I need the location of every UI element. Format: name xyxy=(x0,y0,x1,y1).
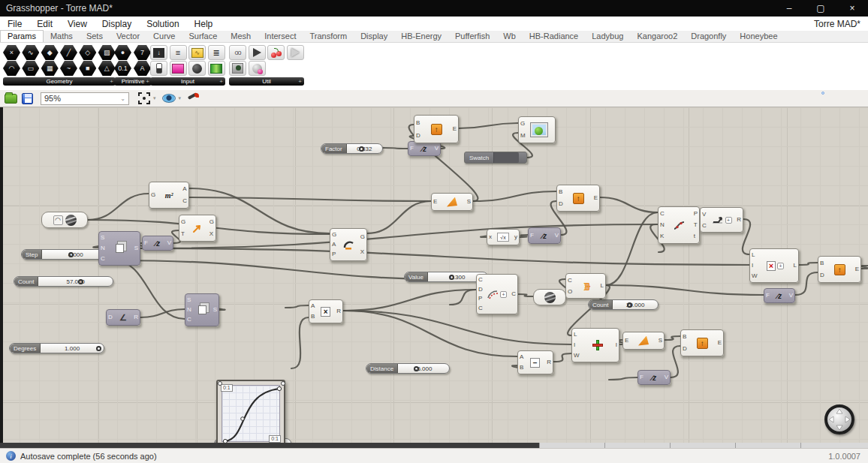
input-port-S[interactable]: S xyxy=(187,297,191,303)
zoom-level-combo[interactable]: 95% ⌄ xyxy=(41,92,129,105)
definition-canvas[interactable]: Factor0.832Step4.000Count57.000Degrees1.… xyxy=(0,107,868,448)
input-port-A[interactable]: A xyxy=(311,303,315,309)
data-dam-icon[interactable] xyxy=(249,61,266,76)
tab-intersect[interactable]: Intersect xyxy=(258,31,303,42)
cull-index[interactable]: LIW×+L xyxy=(749,248,799,283)
gradient-icon[interactable] xyxy=(208,61,225,76)
tab-params[interactable]: Params xyxy=(0,30,44,42)
tree-icon[interactable] xyxy=(229,61,246,76)
output-port-I[interactable]: I xyxy=(616,342,617,348)
expand-button[interactable]: + xyxy=(500,291,507,298)
input-port-G[interactable]: G xyxy=(332,232,336,238)
arc-icon[interactable]: ~ xyxy=(60,61,77,76)
output-port-V[interactable]: V xyxy=(435,146,439,152)
output-port-G[interactable]: G xyxy=(360,234,365,240)
relay-arrow-icon[interactable] xyxy=(249,45,266,60)
extrude-1[interactable]: BD↑E xyxy=(414,115,459,143)
tab-dragonfly[interactable]: Dragonfly xyxy=(684,31,733,42)
output-port-L[interactable]: L xyxy=(601,283,604,289)
teal-display-icon[interactable] xyxy=(835,92,838,95)
chevron-down-icon[interactable]: ▾ xyxy=(153,95,156,101)
brep-icon[interactable]: ■ xyxy=(79,61,96,76)
tab-surface[interactable]: Surface xyxy=(182,31,224,42)
box-icon[interactable]: ◆ xyxy=(41,45,59,60)
geometry-param[interactable]: ◠ xyxy=(41,212,88,228)
input-port-B[interactable]: B xyxy=(520,365,523,371)
output-port-R[interactable]: R xyxy=(737,217,741,223)
multiplication[interactable]: AB×R xyxy=(309,299,343,323)
unit-z-2[interactable]: F∕zV xyxy=(408,141,441,156)
number-slider-factor[interactable]: Factor0.832 xyxy=(321,143,383,154)
input-port-C[interactable]: C xyxy=(702,223,707,229)
surface-icon[interactable]: ◇ xyxy=(79,45,96,60)
output-port-R[interactable]: R xyxy=(336,308,341,314)
slider-track[interactable]: 1.000 xyxy=(41,344,104,353)
number-slider-degrees[interactable]: Degrees1.000 xyxy=(9,343,104,353)
output-port-S[interactable]: S xyxy=(467,199,471,205)
output-port-V[interactable]: V xyxy=(167,240,171,246)
sketch-pen-icon[interactable] xyxy=(187,93,199,104)
jump-arrow-icon[interactable] xyxy=(287,45,304,60)
extrude-4[interactable]: BD↑E xyxy=(680,329,724,356)
rectangle-icon[interactable]: ▭ xyxy=(22,61,39,76)
input-port-W[interactable]: W xyxy=(574,353,580,359)
input-port-F[interactable]: F xyxy=(766,293,770,299)
input-port-E[interactable]: E xyxy=(625,338,628,344)
input-port-L[interactable]: L xyxy=(574,332,580,338)
number-slider-distance[interactable]: Distance-5.000 xyxy=(366,363,450,374)
input-port-K[interactable]: K xyxy=(660,233,665,239)
panel-icon[interactable] xyxy=(170,61,187,76)
number-slider-count[interactable]: Count20.000 xyxy=(588,299,659,310)
output-port-y[interactable]: y xyxy=(514,234,517,240)
input-port-C[interactable]: C xyxy=(478,305,483,311)
open-file-icon[interactable] xyxy=(5,94,17,104)
tab-kangaroo2[interactable]: Kangaroo2 xyxy=(630,31,684,42)
series-component-1[interactable]: SNCS xyxy=(98,231,140,266)
input-port-F[interactable]: F xyxy=(410,146,414,152)
point-icon[interactable]: × xyxy=(3,45,20,60)
line-icon[interactable]: ╱ xyxy=(60,45,77,60)
slider-track[interactable]: 0.832 xyxy=(347,144,382,153)
expand-button[interactable]: + xyxy=(725,217,732,224)
unit-z-3[interactable]: F∕zV xyxy=(528,227,561,244)
output-port-R[interactable]: R xyxy=(547,359,551,365)
graph-mapper[interactable]: 0:10:1 xyxy=(216,380,285,447)
input-port-B[interactable]: B xyxy=(683,334,687,340)
input-port-A[interactable]: A xyxy=(332,242,336,248)
number-slider-step[interactable]: Step4.000 xyxy=(21,249,110,260)
toggle-icon[interactable] xyxy=(150,61,167,76)
input-port-B[interactable]: B xyxy=(311,314,315,320)
boolean-icon[interactable]: ● xyxy=(114,45,131,60)
input-port-C[interactable]: C xyxy=(478,277,483,283)
output-port-E[interactable]: E xyxy=(594,195,598,201)
input-port-G[interactable]: G xyxy=(520,121,526,127)
input-port-G[interactable]: G xyxy=(181,219,185,225)
text-icon[interactable]: A xyxy=(134,61,151,76)
input-port-C[interactable]: C xyxy=(660,211,665,217)
unit-z-5[interactable]: F∕zV xyxy=(637,370,671,385)
input-port-D[interactable]: D xyxy=(416,133,420,139)
button-icon[interactable]: ↓ xyxy=(150,45,167,60)
tab-transform[interactable]: Transform xyxy=(303,31,354,42)
green-display-icon[interactable] xyxy=(840,92,843,95)
group-expand-icon[interactable]: + xyxy=(298,78,302,85)
tab-display[interactable]: Display xyxy=(354,31,394,42)
output-port-R[interactable]: R xyxy=(134,314,138,320)
tab-sets[interactable]: Sets xyxy=(80,31,110,42)
area-component[interactable]: Gm²AC xyxy=(149,182,189,209)
tab-pufferfish[interactable]: Pufferfish xyxy=(448,31,496,42)
output-port-X[interactable]: X xyxy=(209,231,214,237)
tab-honeybee[interactable]: Honeybee xyxy=(733,31,784,42)
output-port-E[interactable]: E xyxy=(453,126,457,132)
twisted-box-icon[interactable]: ▨ xyxy=(98,45,116,60)
vector-rotate[interactable]: VC+R xyxy=(700,207,743,233)
input-port-N[interactable]: N xyxy=(101,245,105,251)
tab-hb-radiance[interactable]: HB-Radiance xyxy=(523,31,585,42)
output-port-A[interactable]: A xyxy=(182,186,187,192)
input-port-V[interactable]: V xyxy=(702,212,707,218)
output-port-C[interactable]: C xyxy=(511,291,516,297)
loft-component[interactable]: CO}}}L xyxy=(565,273,606,299)
no-preview-icon[interactable] xyxy=(811,92,814,95)
tab-ladybug[interactable]: Ladybug xyxy=(585,31,630,42)
mesh-icon[interactable]: ▦ xyxy=(41,61,59,76)
